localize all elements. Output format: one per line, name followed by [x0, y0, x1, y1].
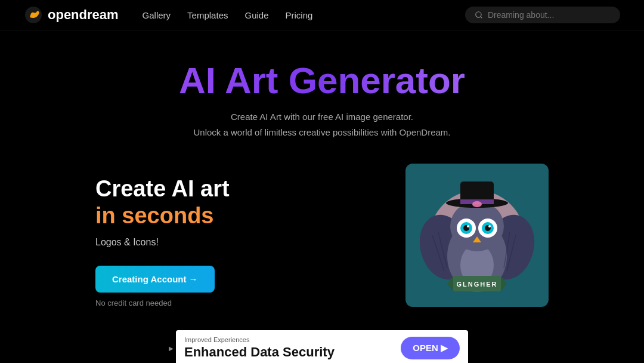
create-title-accent: in seconds [95, 203, 370, 229]
create-title-line1: Create AI art [95, 176, 370, 203]
no-card-label: No credit card needed [95, 299, 370, 307]
svg-point-20 [472, 201, 482, 207]
search-bar[interactable] [465, 7, 620, 23]
ad-tag: Improved Experiences [184, 336, 335, 343]
hero-section: AI Art Generator Create AI Art with our … [0, 30, 644, 158]
ad-left: Improved Experiences Enhanced Data Secur… [184, 336, 335, 360]
svg-text:GLNGHER: GLNGHER [457, 281, 498, 288]
logo-icon [24, 5, 43, 24]
nav-gallery[interactable]: Gallery [143, 10, 171, 20]
hero-title: AI Art Generator [24, 60, 620, 101]
search-icon [475, 11, 483, 19]
create-subtitle: Logos & Icons! [95, 237, 370, 248]
nav-templates[interactable]: Templates [187, 10, 228, 20]
hero-subtitle-1: Create AI Art with our free AI image gen… [24, 109, 620, 125]
ad-wrapper: ▶ Improved Experiences Enhanced Data Sec… [0, 324, 644, 363]
left-content: Create AI art in seconds Logos & Icons! … [95, 164, 370, 307]
logo-text: opendream [48, 7, 119, 23]
cta-button[interactable]: Creating Account → [95, 266, 215, 293]
nav-guide[interactable]: Guide [244, 10, 268, 20]
svg-point-2 [476, 12, 481, 17]
navbar: opendream Gallery Templates Guide Pricin… [0, 0, 644, 30]
logo[interactable]: opendream [24, 5, 119, 24]
ad-marker: ▶ [168, 344, 174, 351]
search-input[interactable] [488, 10, 611, 20]
svg-point-18 [467, 225, 469, 227]
svg-point-19 [488, 225, 491, 227]
owl-illustration: GLNGHER [417, 170, 537, 301]
hero-subtitle-2: Unlock a world of limitless creative pos… [24, 125, 620, 140]
ad-open-button[interactable]: OPEN ▶ [401, 337, 460, 359]
nav-links: Gallery Templates Guide Pricing [143, 10, 465, 20]
owl-image-card: GLNGHER [405, 164, 549, 307]
ad-title: Enhanced Data Security [184, 344, 335, 360]
main-content: Create AI art in seconds Logos & Icons! … [0, 158, 644, 319]
nav-pricing[interactable]: Pricing [286, 10, 313, 20]
ad-banner: ▶ Improved Experiences Enhanced Data Sec… [176, 330, 468, 363]
svg-point-1 [31, 13, 36, 17]
